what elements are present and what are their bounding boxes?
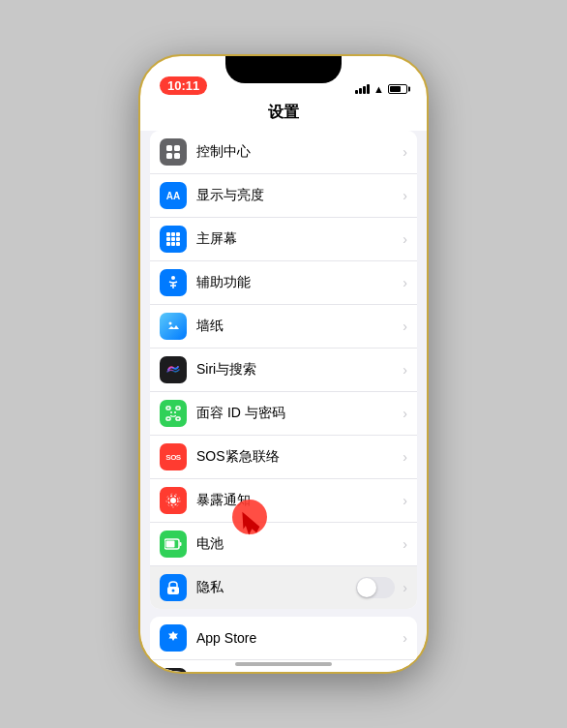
privacy-toggle[interactable] <box>356 577 395 598</box>
signal-bars-icon <box>355 84 370 94</box>
row-wallpaper[interactable]: 墙纸 › <box>150 305 417 349</box>
svg-rect-28 <box>180 542 182 546</box>
svg-rect-1 <box>174 145 180 151</box>
display-label: 显示与亮度 <box>196 187 399 204</box>
appstore-icon <box>160 624 187 652</box>
svg-rect-18 <box>176 407 180 410</box>
row-control-center[interactable]: 控制中心 › <box>150 131 417 174</box>
row-accessibility[interactable]: 辅助功能 › <box>150 261 417 305</box>
accessibility-label: 辅助功能 <box>196 274 399 291</box>
sos-label: SOS紧急联络 <box>196 448 399 466</box>
home-screen-label: 主屏幕 <box>196 230 399 248</box>
row-sos[interactable]: SOS SOS紧急联络 › <box>150 436 417 479</box>
svg-rect-6 <box>176 232 180 236</box>
exposure-chevron: › <box>403 493 407 508</box>
svg-rect-7 <box>166 237 170 241</box>
siri-chevron: › <box>403 362 407 378</box>
privacy-label: 隐私 <box>196 579 356 596</box>
battery-label: 电池 <box>196 535 399 553</box>
sos-chevron: › <box>403 449 407 465</box>
privacy-toggle-knob <box>357 578 376 597</box>
svg-point-13 <box>171 276 175 280</box>
wallpaper-label: 墙纸 <box>196 318 399 335</box>
svg-rect-9 <box>176 237 180 241</box>
svg-rect-2 <box>166 153 172 159</box>
home-screen-icon <box>160 226 187 253</box>
accessibility-icon <box>160 269 187 296</box>
row-siri[interactable]: Siri与搜索 › <box>150 349 417 392</box>
row-exposure[interactable]: 暴露通知 › <box>150 479 417 523</box>
phone-content: 10:11 ▲ 设置 <box>140 56 427 672</box>
notch <box>225 56 342 83</box>
svg-rect-8 <box>171 237 175 241</box>
home-indicator <box>235 662 332 666</box>
row-battery[interactable]: 电池 › <box>150 523 417 566</box>
svg-rect-20 <box>176 417 180 420</box>
scrollable-area[interactable]: 控制中心 › AA 显示与亮度 › <box>140 131 427 672</box>
privacy-chevron: › <box>403 580 407 595</box>
control-center-label: 控制中心 <box>196 143 399 161</box>
sos-icon: SOS <box>160 443 187 470</box>
appstore-label: App Store <box>196 630 399 646</box>
svg-rect-3 <box>174 153 180 159</box>
wallpaper-chevron: › <box>403 318 407 334</box>
control-center-icon <box>160 138 187 166</box>
svg-point-21 <box>170 411 172 413</box>
row-home-screen[interactable]: 主屏幕 › <box>150 218 417 261</box>
wallet-icon <box>160 668 187 672</box>
svg-rect-10 <box>166 242 170 246</box>
privacy-icon <box>160 574 187 601</box>
exposure-icon <box>160 487 187 514</box>
battery-chevron: › <box>403 536 407 552</box>
row-display[interactable]: AA 显示与亮度 › <box>150 174 417 218</box>
svg-rect-0 <box>166 145 172 151</box>
svg-rect-17 <box>166 407 170 410</box>
svg-rect-27 <box>166 541 175 548</box>
siri-icon <box>160 356 187 383</box>
faceid-label: 面容 ID 与密码 <box>196 405 399 422</box>
battery-row-icon <box>160 531 187 558</box>
svg-rect-4 <box>166 232 170 236</box>
phone-inner: 10:11 ▲ 设置 <box>140 56 427 672</box>
faceid-icon <box>160 400 187 427</box>
svg-rect-12 <box>176 242 180 246</box>
page-title: 设置 <box>140 99 427 131</box>
accessibility-chevron: › <box>403 275 407 290</box>
svg-point-16 <box>169 322 172 325</box>
svg-rect-19 <box>166 417 170 420</box>
home-screen-chevron: › <box>403 231 407 247</box>
svg-rect-5 <box>171 232 175 236</box>
control-center-chevron: › <box>403 144 407 160</box>
status-icons: ▲ <box>355 83 407 95</box>
battery-icon <box>388 84 407 94</box>
battery-fill <box>390 86 401 92</box>
status-time: 10:11 <box>160 76 207 95</box>
svg-point-23 <box>170 498 176 503</box>
row-privacy[interactable]: 隐私 › <box>150 566 417 609</box>
section-system: 控制中心 › AA 显示与亮度 › <box>150 131 417 609</box>
siri-label: Siri与搜索 <box>196 361 399 379</box>
row-faceid[interactable]: 面容 ID 与密码 › <box>150 392 417 436</box>
wifi-icon: ▲ <box>373 83 384 95</box>
exposure-label: 暴露通知 <box>196 492 399 509</box>
faceid-chevron: › <box>403 406 407 421</box>
phone-frame: 10:11 ▲ 设置 <box>138 54 429 674</box>
svg-point-30 <box>172 590 175 592</box>
row-appstore[interactable]: App Store › <box>150 617 417 660</box>
svg-point-22 <box>174 411 176 413</box>
display-chevron: › <box>403 188 407 203</box>
svg-rect-11 <box>171 242 175 246</box>
appstore-chevron: › <box>403 630 407 646</box>
display-icon: AA <box>160 182 187 209</box>
wallpaper-icon <box>160 313 187 340</box>
